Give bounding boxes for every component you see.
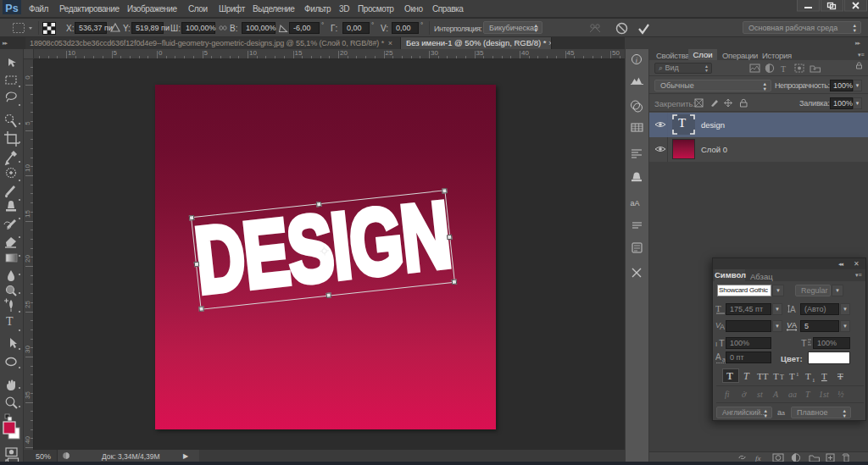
svg-text:st: st <box>757 390 763 399</box>
svg-text:I: I <box>715 340 717 348</box>
svg-text:aa: aa <box>788 390 797 399</box>
svg-text:A: A <box>720 323 725 331</box>
svg-text:T: T <box>780 374 784 381</box>
svg-text:fi: fi <box>725 390 730 399</box>
svg-text:T: T <box>726 370 733 382</box>
svg-text:A: A <box>772 390 779 399</box>
svg-text:аА: аА <box>631 199 640 208</box>
svg-text:T: T <box>719 338 725 348</box>
svg-text:T: T <box>789 371 795 381</box>
svg-text:T: T <box>6 315 14 328</box>
svg-text:T: T <box>805 371 811 381</box>
svg-text:T: T <box>805 390 811 399</box>
svg-text:1: 1 <box>812 377 815 383</box>
svg-text:ờ: ờ <box>742 390 747 399</box>
svg-text:T: T <box>837 371 843 381</box>
svg-text:½: ½ <box>837 390 844 399</box>
svg-text:T: T <box>715 303 721 313</box>
svg-text:T: T <box>781 64 786 74</box>
svg-text:T: T <box>801 338 807 348</box>
svg-text:i: i <box>636 57 637 64</box>
svg-text:A: A <box>790 305 796 314</box>
svg-text:A: A <box>715 352 721 362</box>
svg-text:TT: TT <box>757 371 769 381</box>
svg-text:A: A <box>792 321 797 329</box>
svg-text:T: T <box>743 370 750 382</box>
svg-text:1: 1 <box>796 371 799 378</box>
svg-text:T: T <box>821 371 827 381</box>
svg-text:1st: 1st <box>819 390 829 399</box>
svg-text:T: T <box>773 371 779 381</box>
